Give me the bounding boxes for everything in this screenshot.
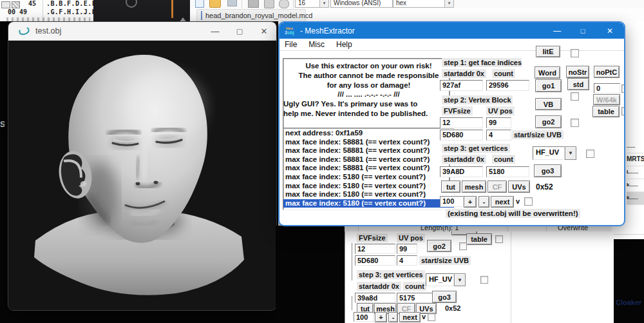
bg-go2-checkbox[interactable] xyxy=(459,242,467,250)
log-line[interactable]: max face index: 5180 (== vertex count?) xyxy=(283,182,454,191)
file-list-item[interactable]: k...... xyxy=(627,179,644,192)
bg-uvpos-field[interactable]: 99 xyxy=(397,244,417,254)
bg-plus-button[interactable]: + xyxy=(375,312,387,322)
uvpos-field[interactable]: 99 xyxy=(486,117,511,128)
bytes-per-row-select[interactable]: 16 ▾ xyxy=(295,0,329,8)
encoding-select[interactable]: Windows (ANSI) ▾ xyxy=(330,0,402,8)
log-line[interactable]: max face index: 5180 (== vertex count?) xyxy=(283,199,454,208)
bg-format-checkbox[interactable] xyxy=(480,276,488,284)
go2-checkbox[interactable] xyxy=(571,119,579,127)
maximize-icon[interactable]: ▢ xyxy=(227,27,252,35)
extractor-titlebar[interactable]: Hex 2obj - MeshExtractor — □ ✕ xyxy=(279,23,624,39)
noptc-checkbox[interactable] xyxy=(621,84,625,93)
bg-format-select[interactable]: HF_UV ▼ xyxy=(426,273,466,286)
print-icon[interactable] xyxy=(248,0,259,8)
litE-checkbox[interactable] xyxy=(571,49,579,57)
plus-button[interactable]: + xyxy=(464,196,477,208)
listbox-edge xyxy=(352,296,352,310)
uvb-size-field[interactable]: 4 xyxy=(486,130,511,141)
bg-uvb-start-field[interactable]: 5D680 xyxy=(355,255,395,266)
format-select[interactable]: HF_UV ▼ xyxy=(533,146,576,160)
log-line[interactable]: max face index: 5180 (== vertex count?) xyxy=(283,190,454,199)
bg-table-checkbox[interactable] xyxy=(495,235,503,243)
log-line[interactable]: max face index: 58881 (== vertex count?) xyxy=(283,146,454,155)
chevron-down-icon[interactable]: ▼ xyxy=(565,146,576,160)
table-checkbox[interactable] xyxy=(621,107,625,115)
bg-go3-button[interactable]: go3 xyxy=(432,291,457,303)
bg-next-button[interactable]: next xyxy=(399,312,421,322)
bg-step-field[interactable]: 100 xyxy=(354,312,374,322)
bg-startaddr-field[interactable]: 39a8d xyxy=(355,293,395,303)
open-folder-icon[interactable] xyxy=(209,0,221,8)
menu-misc[interactable]: Misc xyxy=(308,40,325,49)
minus-button[interactable]: - xyxy=(478,196,489,208)
bg-minus-button[interactable]: - xyxy=(388,312,398,322)
word-button[interactable]: Word xyxy=(535,66,560,79)
nostr-button[interactable]: noStr xyxy=(566,66,589,78)
fvfsize-field[interactable]: 12 xyxy=(440,117,483,128)
encoding-value: Windows (ANSI) xyxy=(330,0,393,8)
viewport-3d[interactable] xyxy=(8,41,276,311)
w64k-button[interactable]: W/64k xyxy=(593,94,620,105)
table-button[interactable]: table xyxy=(592,106,620,117)
menu-file[interactable]: File xyxy=(285,40,297,49)
menu-help[interactable]: Help xyxy=(336,40,352,49)
v-checkbox[interactable] xyxy=(524,197,533,206)
go3-button[interactable]: go3 xyxy=(534,164,562,177)
std-checkbox[interactable] xyxy=(571,92,579,101)
warning-line: Use this extractor on your own risk! xyxy=(283,61,454,71)
step3-startaddr-field[interactable]: 39A8D xyxy=(440,166,483,177)
minimize-icon[interactable]: — xyxy=(203,26,227,36)
scroll-indicator[interactable] xyxy=(171,0,173,18)
uvb-start-field[interactable]: 5D680 xyxy=(440,130,483,141)
maximize-icon[interactable]: □ xyxy=(570,27,596,35)
close-icon[interactable]: ✕ xyxy=(252,26,276,36)
close-icon[interactable]: ✕ xyxy=(596,27,624,35)
log-line[interactable]: max face index: 58881 (== vertex count?) xyxy=(283,138,454,147)
settings-icon[interactable] xyxy=(279,0,289,8)
viewer-titlebar[interactable]: test.obj — ▢ ✕ xyxy=(8,22,276,41)
uvs-button[interactable]: UVs xyxy=(508,181,530,193)
chevron-down-icon[interactable]: ▾ xyxy=(320,0,329,8)
cf-button[interactable]: CF xyxy=(488,181,507,193)
export-icon[interactable] xyxy=(264,0,274,8)
bg-go2-button[interactable]: go2 xyxy=(427,240,451,252)
file-list-item[interactable]: MRTS. xyxy=(627,153,644,166)
bg-count-field[interactable]: 5175 xyxy=(397,293,435,303)
step3-count-field[interactable]: 5180 xyxy=(486,166,529,177)
log-line[interactable]: next address: 0xf1a59 xyxy=(283,129,454,138)
litE-button[interactable]: litE xyxy=(536,46,560,57)
view-mode-select[interactable]: hex ▾ xyxy=(393,0,454,8)
vb-button[interactable]: VB xyxy=(535,98,562,110)
log-line[interactable]: max face index: 5180 (== vertex count?) xyxy=(283,173,454,182)
std-button[interactable]: std xyxy=(567,78,589,90)
next-button[interactable]: next xyxy=(491,196,514,208)
step1-startaddr-field[interactable]: 927af xyxy=(440,80,483,91)
file-list-item[interactable]: k...... xyxy=(627,192,644,205)
log-listbox[interactable]: next address: 0xf1a59max face index: 588… xyxy=(283,128,455,210)
chevron-down-icon[interactable]: ▼ xyxy=(454,273,466,286)
format-checkbox[interactable] xyxy=(586,150,594,158)
tab-head-model[interactable]: head_brandon_royval_model.mcd xyxy=(196,9,306,21)
new-file-icon[interactable] xyxy=(195,0,204,8)
log-line[interactable]: max face index: 58881 (== vertex count?) xyxy=(283,155,454,164)
go1-button[interactable]: go1 xyxy=(535,79,562,92)
bg-v-checkbox[interactable] xyxy=(428,313,435,321)
step1-count-field[interactable]: 29596 xyxy=(486,80,529,91)
uvb-label: start/size UVB xyxy=(512,130,564,139)
go2-button[interactable]: go2 xyxy=(535,115,562,128)
tut-button[interactable]: tut xyxy=(441,181,460,193)
log-line[interactable]: max face index: 58881 (== vertex count?) xyxy=(283,164,454,173)
bg-uvb-size-field[interactable]: 4 xyxy=(397,255,417,266)
chevron-down-icon[interactable]: ▾ xyxy=(445,0,454,8)
mesh-button[interactable]: mesh xyxy=(462,181,486,193)
bg-fvfsize-field[interactable]: 12 xyxy=(355,244,395,254)
step-field[interactable]: 100 xyxy=(440,196,464,207)
file-list-item[interactable]: L...... xyxy=(627,166,644,179)
file-list-item[interactable]: ...... xyxy=(627,141,644,153)
noptc-field[interactable]: 0 xyxy=(594,83,620,93)
minimize-icon[interactable]: — xyxy=(544,27,570,35)
save-icon[interactable] xyxy=(227,0,237,6)
bg-table-button[interactable]: table xyxy=(466,233,492,245)
noptc-button[interactable]: noPtC xyxy=(594,66,620,78)
